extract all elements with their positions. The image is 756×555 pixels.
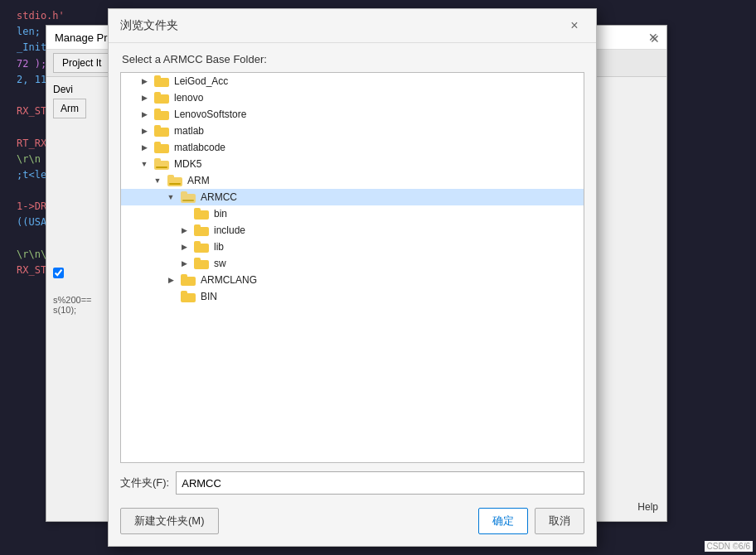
tree-item-bin2[interactable]: BIN xyxy=(121,288,584,305)
chevron-lenovoSoftstore xyxy=(138,108,151,121)
folder-icon-lenovoSoftstore xyxy=(154,109,169,120)
tree-item-mdk5[interactable]: MDK5 xyxy=(121,156,584,172)
folder-icon-armclang xyxy=(181,274,196,286)
arm-section: Arm xyxy=(53,99,86,118)
tree-label-bin2: BIN xyxy=(201,291,217,302)
folder-icon-include xyxy=(194,224,209,236)
folder-icon-leiGod xyxy=(154,75,169,87)
folder-input-label: 文件夹(F): xyxy=(120,475,169,490)
tree-label-lenovoSoftstore: LenovoSoftstore xyxy=(174,109,246,120)
confirm-button[interactable]: 确定 xyxy=(478,508,528,534)
folder-icon-lenovo xyxy=(154,92,169,104)
tree-label-lenovo: lenovo xyxy=(174,92,203,104)
folder-icon-lib xyxy=(194,241,209,253)
tree-label-sw: sw xyxy=(214,258,226,269)
option-checkbox[interactable] xyxy=(53,268,64,278)
folder-browser-dialog: 浏览文件夹 × Select a ARMCC Base Folder: LeiG… xyxy=(108,8,597,547)
folder-name-input[interactable] xyxy=(176,471,584,495)
tree-item-arm[interactable]: ARM xyxy=(121,172,584,189)
tree-item-bin[interactable]: bin xyxy=(121,205,584,222)
dialog-titlebar: 浏览文件夹 × xyxy=(109,9,596,43)
right-buttons: 确定 取消 xyxy=(478,508,584,534)
tree-item-matlab[interactable]: matlab xyxy=(121,123,584,139)
chevron-lib xyxy=(177,240,191,253)
folder-tree[interactable]: LeiGod_Acc lenovo LenovoSoftstore xyxy=(120,72,584,463)
tree-item-leiGod[interactable]: LeiGod_Acc xyxy=(121,73,584,89)
help-button-area: Help xyxy=(637,500,658,513)
folder-icon-bin2 xyxy=(181,291,196,302)
cancel-button[interactable]: 取消 xyxy=(535,508,584,534)
tree-item-armclang[interactable]: ARMCLANG xyxy=(121,272,584,288)
folder-icon-bin xyxy=(194,208,209,220)
tree-label-mdk5: MDK5 xyxy=(174,158,201,170)
folder-icon-armcc xyxy=(181,191,196,203)
dialog-subtitle: Select a ARMCC Base Folder: xyxy=(109,43,596,72)
chevron-leiGod xyxy=(138,75,151,88)
tree-label-arm: ARM xyxy=(187,175,210,186)
tree-item-matlabcode[interactable]: matlabcode xyxy=(121,139,584,156)
tree-label-include: include xyxy=(214,224,245,236)
tree-label-armclang: ARMCLANG xyxy=(201,274,257,286)
chevron-sw xyxy=(177,257,191,270)
tree-item-lib[interactable]: lib xyxy=(121,239,584,255)
tree-label-bin: bin xyxy=(214,208,227,220)
chevron-mdk5 xyxy=(138,157,151,171)
dialog-title: 浏览文件夹 xyxy=(120,18,178,33)
folder-icon-matlabcode xyxy=(154,142,169,153)
chevron-include xyxy=(177,224,191,237)
folder-icon-mdk5 xyxy=(154,158,169,170)
bg-dialog-title: Manage Pro xyxy=(55,31,114,44)
tree-item-lenovoSoftstore[interactable]: LenovoSoftstore xyxy=(121,106,584,123)
tree-item-include[interactable]: include xyxy=(121,222,584,239)
tree-item-sw[interactable]: sw xyxy=(121,255,584,272)
tree-item-armcc[interactable]: ARMCC xyxy=(121,189,584,205)
chevron-armclang xyxy=(164,273,177,287)
tab-project-items[interactable]: Project It xyxy=(53,53,110,73)
tree-label-matlab: matlab xyxy=(174,125,204,137)
folder-icon-matlab xyxy=(154,125,169,137)
tree-label-lib: lib xyxy=(214,241,224,253)
bg-dialog-close-x[interactable]: ✕ xyxy=(650,32,660,46)
new-folder-button[interactable]: 新建文件夹(M) xyxy=(120,508,219,534)
tree-label-armcc: ARMCC xyxy=(201,191,237,203)
tree-item-lenovo[interactable]: lenovo xyxy=(121,89,584,106)
folder-input-row: 文件夹(F): xyxy=(109,463,596,503)
csdn-badge: CSDN ©6/6 xyxy=(705,541,753,552)
dialog-buttons: 新建文件夹(M) 确定 取消 xyxy=(109,503,596,546)
chevron-matlabcode xyxy=(138,141,151,154)
folder-icon-arm xyxy=(167,175,182,186)
dialog-close-button[interactable]: × xyxy=(565,16,584,36)
bg-device-label: Devi xyxy=(53,84,73,95)
chevron-lenovo xyxy=(138,91,151,104)
chevron-armcc xyxy=(164,191,177,204)
tree-label-leiGod: LeiGod_Acc xyxy=(174,75,228,87)
tree-label-matlabcode: matlabcode xyxy=(174,142,225,153)
chevron-arm xyxy=(151,174,164,187)
chevron-matlab xyxy=(138,124,151,138)
folder-icon-sw xyxy=(194,258,209,269)
